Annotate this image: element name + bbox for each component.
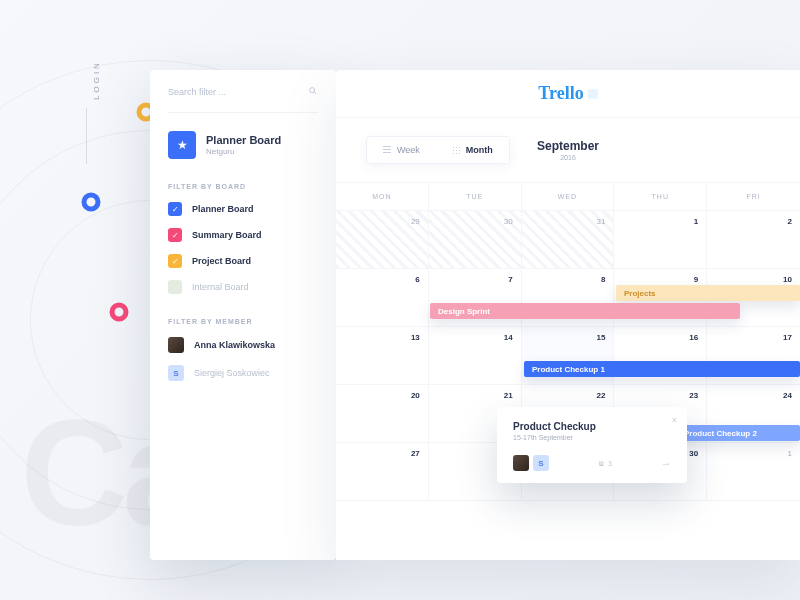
- calendar-day-header: MON TUE WED THU FRI: [336, 182, 800, 211]
- calendar-cell[interactable]: 6: [336, 269, 429, 327]
- calendar-cell[interactable]: 1: [707, 443, 800, 501]
- avatar: [513, 455, 529, 471]
- member-anna[interactable]: Anna Klawikowska: [168, 337, 318, 353]
- search-input[interactable]: Search filter ...: [168, 86, 318, 113]
- calendar-cell[interactable]: 2: [707, 211, 800, 269]
- event-popover: × Product Checkup 15-17th September S 🗎 …: [497, 407, 687, 483]
- check-icon: ✓: [168, 254, 182, 268]
- avatar: S: [168, 365, 184, 381]
- calendar-cell[interactable]: 31: [522, 211, 615, 269]
- attachment-icon: 🗎: [598, 460, 605, 467]
- filter-board-planner[interactable]: ✓ Planner Board: [168, 202, 318, 216]
- calendar-cell[interactable]: 30: [429, 211, 522, 269]
- search-icon: [308, 86, 318, 98]
- calendar-cell[interactable]: 29: [336, 211, 429, 269]
- search-placeholder: Search filter ...: [168, 87, 226, 97]
- arrow-right-icon[interactable]: →: [661, 458, 671, 469]
- svg-point-3: [310, 88, 315, 93]
- star-icon: ★: [168, 131, 196, 159]
- event-design-sprint[interactable]: Design Sprint: [430, 303, 740, 319]
- svg-point-1: [84, 195, 98, 209]
- event-product-checkup-2[interactable]: Product Checkup 2: [676, 425, 800, 441]
- calendar-cell[interactable]: 13: [336, 327, 429, 385]
- filter-boards-label: FILTER BY BOARD: [168, 183, 318, 190]
- check-icon: ✓: [168, 228, 182, 242]
- popover-title: Product Checkup: [513, 421, 671, 432]
- filter-board-summary[interactable]: ✓ Summary Board: [168, 228, 318, 242]
- close-icon[interactable]: ×: [672, 415, 677, 425]
- check-icon: ✓: [168, 202, 182, 216]
- brand-badge-icon: [588, 89, 598, 99]
- check-icon: [168, 280, 182, 294]
- svg-point-2: [112, 305, 126, 319]
- calendar-grid: 29 30 31 1 2 6 7 8 9 10 13 14 15 16 17 2…: [336, 211, 800, 501]
- popover-attachments: 🗎 3: [598, 460, 612, 467]
- event-product-checkup-1[interactable]: Product Checkup 1: [524, 361, 800, 377]
- board-title: Planner Board: [206, 134, 281, 146]
- calendar-cell[interactable]: 20: [336, 385, 429, 443]
- topbar: Trello: [336, 70, 800, 118]
- calendar-cell[interactable]: 14: [429, 327, 522, 385]
- event-projects[interactable]: Projects: [616, 285, 800, 301]
- year-label: 2016: [336, 154, 800, 161]
- calendar-cell[interactable]: 1: [614, 211, 707, 269]
- filter-board-internal[interactable]: Internal Board: [168, 280, 318, 294]
- login-divider: [86, 108, 87, 164]
- calendar-cell[interactable]: 27: [336, 443, 429, 501]
- board-subtitle: Netguru: [206, 147, 281, 156]
- popover-members: S: [513, 455, 549, 471]
- member-siergiej[interactable]: S Siergiej Soskowiec: [168, 365, 318, 381]
- brand-logo[interactable]: Trello: [538, 83, 583, 104]
- login-label: LOGIN: [92, 60, 101, 100]
- popover-dates: 15-17th September: [513, 434, 671, 441]
- svg-line-4: [314, 92, 316, 94]
- filter-board-project[interactable]: ✓ Project Board: [168, 254, 318, 268]
- calendar-panel: Trello Week Month September 2016 MON TUE…: [336, 70, 800, 560]
- calendar-toolbar: Week Month September 2016: [336, 118, 800, 182]
- avatar: S: [533, 455, 549, 471]
- avatar: [168, 337, 184, 353]
- month-label: September: [336, 139, 800, 153]
- current-board[interactable]: ★ Planner Board Netguru: [168, 131, 318, 159]
- filter-members-label: FILTER BY MEMBER: [168, 318, 318, 325]
- sidebar: Search filter ... ★ Planner Board Netgur…: [150, 70, 336, 560]
